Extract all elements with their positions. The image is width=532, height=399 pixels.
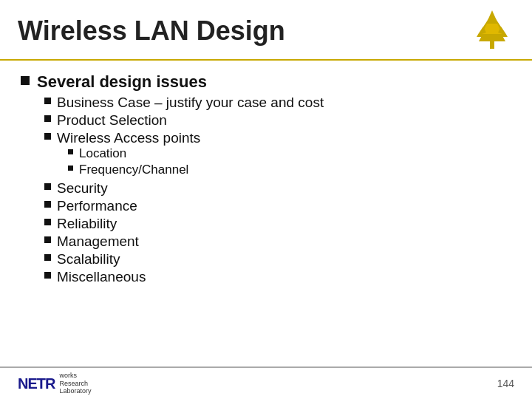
- item-label-2: Wireless Access points: [57, 130, 200, 146]
- list-item-reliability: Reliability: [44, 216, 511, 232]
- bullet-icon-1: [44, 115, 51, 122]
- slide-content: Several design issues Business Case – ju…: [0, 61, 532, 366]
- list-item-miscellaneous: Miscellaneous: [44, 269, 511, 285]
- footer-logo-area: NETR works Research Laboratory: [18, 372, 91, 395]
- list-item-business-case: Business Case – justify your case and co…: [44, 95, 511, 111]
- bullet-icon-3: [44, 183, 51, 190]
- slide: Wireless LAN Design: [0, 0, 532, 399]
- main-list: Several design issues: [21, 72, 511, 95]
- item-label-7: Scalability: [57, 251, 120, 267]
- sub-sub-list: Location Frequency/Channel: [44, 146, 188, 179]
- list-item-main: Several design issues: [21, 72, 511, 92]
- item-label-3: Security: [57, 180, 108, 197]
- list-item-wireless-ap: Wireless Access points Location Frequenc…: [44, 130, 511, 179]
- footer-logo-sub: works Research Laboratory: [59, 372, 91, 395]
- bullet-icon-8: [44, 272, 51, 279]
- item-label-0: Business Case – justify your case and co…: [57, 95, 324, 111]
- item-label-location: Location: [79, 146, 126, 161]
- list-item-product-selection: Product Selection: [44, 112, 511, 129]
- main-item-label: Several design issues: [37, 72, 207, 92]
- item-label-frequency: Frequency/Channel: [79, 163, 188, 177]
- list-item-performance: Performance: [44, 198, 511, 214]
- list-item-scalability: Scalability: [44, 251, 511, 267]
- header-logo: [470, 9, 514, 53]
- sub-list: Business Case – justify your case and co…: [21, 95, 511, 287]
- tree-icon: [473, 10, 511, 52]
- bullet-icon-2: [44, 133, 51, 140]
- list-item-location: Location: [68, 146, 188, 161]
- footer-logo-text: NETR: [18, 375, 55, 392]
- bullet-icon-5: [44, 219, 51, 225]
- list-item-management: Management: [44, 233, 511, 250]
- item-label-1: Product Selection: [57, 112, 167, 129]
- list-item-frequency: Frequency/Channel: [68, 163, 188, 177]
- bullet-icon-freq: [68, 166, 73, 171]
- slide-title: Wireless LAN Design: [18, 16, 285, 47]
- page-number: 144: [497, 378, 514, 389]
- item-label-4: Performance: [57, 198, 137, 214]
- bullet-icon-loc: [68, 149, 73, 154]
- list-item-security: Security: [44, 180, 511, 197]
- bullet-icon-4: [44, 201, 51, 208]
- item-label-8: Miscellaneous: [57, 269, 146, 285]
- bullet-icon-6: [44, 236, 51, 243]
- bullet-icon-main: [21, 76, 30, 85]
- item-label-6: Management: [57, 233, 139, 250]
- bullet-icon-0: [44, 98, 51, 104]
- item-label-5: Reliability: [57, 216, 117, 232]
- slide-header: Wireless LAN Design: [0, 0, 532, 61]
- slide-footer: NETR works Research Laboratory 144: [0, 366, 532, 399]
- svg-marker-4: [486, 10, 498, 24]
- bullet-icon-7: [44, 254, 51, 261]
